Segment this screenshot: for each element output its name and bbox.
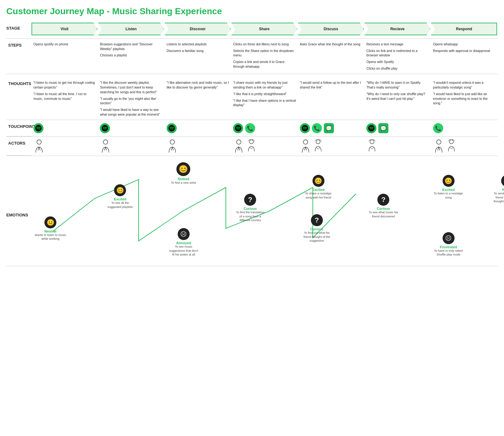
spotify-icon-recieve <box>366 123 376 133</box>
tp-share: 📞 <box>231 120 298 136</box>
actor-respond <box>431 137 498 156</box>
emotion-col-discover: 😊 Stoked To find a new artist ☹ Annoyed … <box>165 159 231 266</box>
emotion-face-excited-respond: 😊 <box>443 175 455 187</box>
emotion-curious-recieve: ? Curious To see what music his friend d… <box>368 194 399 218</box>
svg-point-12 <box>249 140 254 144</box>
actor-visit <box>32 137 98 156</box>
emotion-face-neutral: 😐 <box>44 216 56 228</box>
spotify-icon-discover <box>167 123 177 133</box>
emotion-desc-frustrated: To have to only select Shuffle play mode <box>433 249 464 257</box>
thoughts-label: THOUGHTS <box>6 77 32 120</box>
emotion-label-happy: Happy <box>502 188 504 192</box>
emotion-excited-discuss: 😊 Excited To share a nostalgic song with… <box>303 175 334 199</box>
tp-visit <box>32 120 98 136</box>
emotion-face-annoyed: ☹ <box>178 228 190 240</box>
emotion-label-curious-discuss: Curious <box>310 227 324 231</box>
emotion-curious-discuss: ? Curious To find out what his friend th… <box>301 214 333 243</box>
emotion-frustrated: ☹ Frustrated To have to only select Shuf… <box>433 232 464 257</box>
steps-discover: Listens to selected playlists Discovers … <box>165 39 231 74</box>
thoughts-discover: "I like alternative rock and indie music… <box>165 77 231 120</box>
emotion-annoyed: ☹ Annoyed To see music suggestions that … <box>168 228 199 256</box>
steps-respond: Opens whatsapp Responds with approval or… <box>431 39 498 74</box>
message-icon-discuss: 💬 <box>324 123 334 133</box>
stage-discover: Discover <box>165 23 231 35</box>
emotion-desc-stoked: To find a new artist <box>171 181 196 185</box>
stage-listen: Listen <box>98 23 164 35</box>
emotion-label-excited-listen: Excited <box>114 197 126 201</box>
steps-visit: Opens spotify on phone <box>32 39 98 74</box>
whatsapp-icon-discuss: 📞 <box>312 123 322 133</box>
stage-recieve: Recieve <box>364 23 430 35</box>
steps-listen: Browses suggestions and "Discover Weekly… <box>98 39 164 74</box>
actor-discuss <box>298 137 364 156</box>
svg-point-9 <box>237 140 241 144</box>
emotion-col-respond: 😊 Excited To listen to a nostalgic song … <box>431 159 498 266</box>
emotion-label-curious-recieve: Curious <box>377 207 390 210</box>
emotion-col-visit: 😐 Neutral Wants to listen to music while… <box>32 159 98 266</box>
emotion-excited-listen: 😊 Excited To see all the suggested playl… <box>104 184 136 209</box>
emotion-face-frustrated: ☹ <box>443 232 455 244</box>
svg-point-6 <box>170 140 175 144</box>
stage-row: STAGE Visit Listen Discover Share Discus… <box>6 23 498 35</box>
emotion-face-excited-listen: 😊 <box>114 184 126 196</box>
emotion-desc-excited-discuss: To share a nostalgic song with his frien… <box>303 192 334 199</box>
emotion-label-frustrated: Frustrated <box>440 245 457 249</box>
actor-male-discuss <box>300 139 311 153</box>
whatsapp-icon-respond: 📞 <box>433 123 443 133</box>
tp-respond: 📞 <box>431 120 498 136</box>
actor-male-discover <box>167 139 178 153</box>
steps-discuss: Asks Grace what she thought of the song <box>298 39 364 74</box>
steps-recieve: Recieves a text message Clicks on link a… <box>364 39 431 74</box>
thoughts-share: "I share music with my friends by just s… <box>231 77 298 120</box>
actor-share <box>231 137 298 156</box>
emotion-label-excited-respond: Excited <box>442 188 455 192</box>
emotion-excited-respond: 😊 Excited To listen to a nostalgic song <box>433 175 464 199</box>
svg-point-16 <box>316 140 320 144</box>
actor-listen <box>98 137 164 156</box>
svg-point-0 <box>37 140 41 144</box>
emotion-label-stoked: Stoked <box>178 177 189 181</box>
svg-point-17 <box>370 140 374 144</box>
emotion-desc-excited-respond: To listen to a nostalgic song <box>433 192 464 199</box>
svg-point-3 <box>103 140 108 144</box>
tp-discuss: 📞 💬 <box>298 120 364 136</box>
actor-male-visit <box>33 139 45 153</box>
touchpoints-label: TOUCHPOINTS <box>6 120 32 136</box>
stage-label: STAGE <box>6 23 32 31</box>
steps-share: Clicks on three dot Menu next to song Se… <box>231 39 298 74</box>
page-title: Customer Journey Map - Music Sharing Exp… <box>6 6 498 16</box>
actor-discover <box>165 137 231 156</box>
thoughts-recieve: "Why do I HAVE to open it on Spotify. Th… <box>364 77 431 120</box>
emotion-col-discuss: 😊 Excited To share a nostalgic song with… <box>298 159 364 266</box>
emotion-desc-annoyed: To see music suggestions that don't fit … <box>168 245 199 256</box>
emotion-desc-excited-listen: To see all the suggested playlists <box>104 201 136 209</box>
emotion-curious-share: ? Curious To find the translation of a s… <box>234 194 266 222</box>
emotion-desc-curious-share: To find the translation of a song from a… <box>234 210 266 222</box>
emotion-desc-neutral: Wants to listen to music while working <box>35 233 66 241</box>
emotion-face-curious-recieve: ? <box>377 194 389 206</box>
stage-visit: Visit <box>32 23 97 35</box>
emotion-desc-curious-discuss: To find out what his friend thought of t… <box>301 231 333 243</box>
actor-male-listen <box>100 139 111 153</box>
stage-respond: Respond <box>431 23 497 35</box>
actor-female-respond <box>446 139 457 153</box>
svg-point-13 <box>303 140 308 144</box>
steps-label: STEPS <box>6 39 32 74</box>
emotion-col-listen: 😊 Excited To see all the suggested playl… <box>98 159 164 266</box>
thoughts-visit: "I listen to music to get me through cod… <box>32 77 98 120</box>
emotion-desc-curious-recieve: To see what music his friend discovered <box>368 210 399 218</box>
spotify-icon-share <box>233 123 243 133</box>
thoughts-discuss: "I would send a follow up to the text af… <box>298 77 364 120</box>
tp-listen <box>98 120 164 136</box>
actor-male-share <box>233 139 244 153</box>
emotions-section: EMOTIONS 😐 Neutral Wants to listen to mu… <box>6 159 498 266</box>
actor-female-discuss <box>312 139 324 153</box>
tp-discover <box>165 120 231 136</box>
thoughts-respond: "I wouldn't respond unless it was a part… <box>431 77 498 120</box>
emotion-col-share: ? Curious To find the translation of a s… <box>231 159 298 266</box>
emotion-label-curious-share: Curious <box>244 207 257 210</box>
spotify-icon-discuss <box>300 123 310 133</box>
actor-recieve <box>364 137 431 156</box>
actor-female-recieve <box>366 139 378 153</box>
spotify-icon-listen <box>100 123 110 133</box>
